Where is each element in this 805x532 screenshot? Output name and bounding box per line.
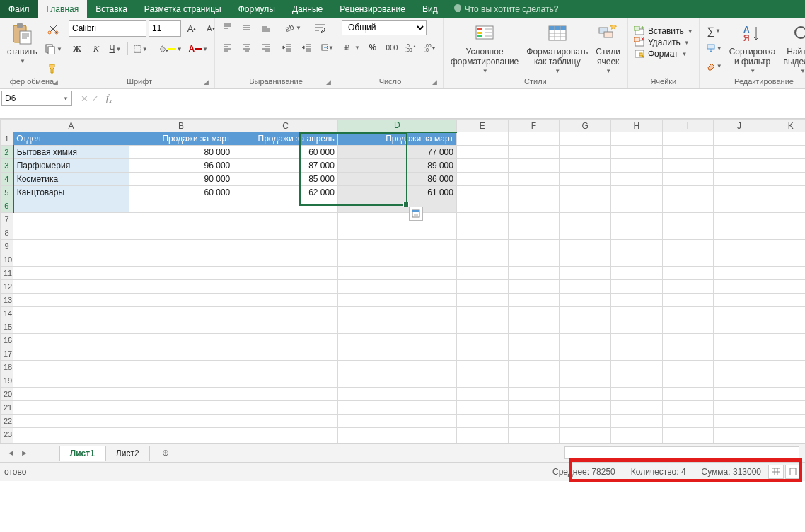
cell[interactable]: [714, 267, 765, 280]
cell[interactable]: [508, 253, 560, 267]
cell[interactable]: [714, 146, 765, 159]
cell[interactable]: 90 000: [129, 173, 233, 186]
cell[interactable]: [337, 401, 456, 415]
cell[interactable]: [129, 388, 233, 401]
row-header-22[interactable]: 22: [1, 415, 13, 428]
cell[interactable]: [765, 334, 805, 347]
cell[interactable]: [508, 200, 560, 213]
cell[interactable]: [560, 374, 611, 388]
row-header-12[interactable]: 12: [1, 280, 13, 294]
cell[interactable]: [337, 280, 456, 294]
cell[interactable]: Продажи за март: [337, 132, 456, 146]
cell[interactable]: [662, 159, 714, 173]
cell[interactable]: [714, 200, 765, 213]
cell[interactable]: [610, 267, 662, 280]
cell[interactable]: [337, 307, 456, 320]
cell[interactable]: [714, 186, 765, 200]
cell[interactable]: [765, 361, 805, 374]
cell[interactable]: [610, 186, 662, 200]
cell[interactable]: [129, 226, 233, 240]
row-header-18[interactable]: 18: [1, 361, 13, 374]
cell[interactable]: [508, 320, 560, 334]
cell[interactable]: [508, 186, 560, 200]
cell[interactable]: [233, 280, 338, 294]
sheet-tab-2[interactable]: Лист2: [105, 446, 150, 461]
cell[interactable]: [765, 146, 805, 159]
number-launcher[interactable]: ◢: [432, 76, 437, 88]
cell[interactable]: [560, 428, 611, 441]
cell[interactable]: [610, 240, 662, 253]
cell[interactable]: [714, 415, 765, 428]
cell[interactable]: [129, 347, 233, 361]
row-header-9[interactable]: 9: [1, 240, 13, 253]
font-launcher[interactable]: ◢: [204, 76, 209, 88]
row-header-11[interactable]: 11: [1, 267, 13, 280]
cell[interactable]: [560, 213, 611, 226]
cell[interactable]: [610, 173, 662, 186]
cell[interactable]: [233, 253, 338, 267]
cell[interactable]: [508, 347, 560, 361]
cell[interactable]: [456, 267, 508, 280]
cell[interactable]: [765, 428, 805, 441]
orientation-button[interactable]: ab▼: [283, 20, 303, 35]
cell[interactable]: [560, 401, 611, 415]
row-header-8[interactable]: 8: [1, 226, 13, 240]
copy-button[interactable]: ▼: [42, 41, 64, 57]
currency-button[interactable]: ₽▼: [342, 40, 362, 55]
cell[interactable]: [456, 159, 508, 173]
tell-me[interactable]: Что вы хотите сделать?: [453, 0, 559, 18]
cell[interactable]: [610, 146, 662, 159]
paste-button[interactable]: ставить▼: [4, 20, 40, 66]
cell[interactable]: [714, 253, 765, 267]
decrease-decimal-button[interactable]: ,00,0: [422, 40, 439, 55]
autofill-options-button[interactable]: [409, 207, 423, 221]
cell[interactable]: [610, 320, 662, 334]
cell[interactable]: [13, 280, 129, 294]
cell[interactable]: [129, 334, 233, 347]
format-as-table-button[interactable]: Форматировать как таблицу▼: [523, 20, 591, 76]
insert-cells-button[interactable]: +Вставить▼: [632, 26, 695, 36]
cell[interactable]: [233, 240, 338, 253]
col-header-F[interactable]: F: [508, 120, 560, 132]
cell[interactable]: 62 000: [233, 186, 338, 200]
col-header-K[interactable]: K: [765, 120, 805, 132]
fx-icon[interactable]: fx: [106, 92, 112, 105]
cell[interactable]: [337, 240, 456, 253]
cell[interactable]: [560, 267, 611, 280]
cell[interactable]: [456, 374, 508, 388]
cell[interactable]: [714, 361, 765, 374]
cell[interactable]: [337, 253, 456, 267]
cell[interactable]: [662, 132, 714, 146]
cell[interactable]: Отдел: [13, 132, 129, 146]
cell[interactable]: [129, 374, 233, 388]
col-header-D[interactable]: D: [337, 120, 456, 132]
cell[interactable]: Бытовая химия: [13, 146, 129, 159]
cell[interactable]: [610, 347, 662, 361]
horizontal-scrollbar[interactable]: [564, 446, 799, 459]
cell[interactable]: [765, 159, 805, 173]
cell[interactable]: [560, 307, 611, 320]
cell[interactable]: [13, 240, 129, 253]
cell[interactable]: [765, 186, 805, 200]
row-header-6[interactable]: 6: [1, 200, 13, 213]
enter-formula-button[interactable]: ✓: [91, 93, 99, 104]
align-top-button[interactable]: [219, 20, 236, 35]
cell[interactable]: [129, 307, 233, 320]
cell[interactable]: [560, 320, 611, 334]
cell[interactable]: [337, 320, 456, 334]
cell[interactable]: [508, 361, 560, 374]
cell[interactable]: [456, 307, 508, 320]
cell[interactable]: [13, 415, 129, 428]
cell[interactable]: [610, 280, 662, 294]
cell[interactable]: [662, 294, 714, 307]
format-painter-button[interactable]: [42, 61, 64, 76]
cell[interactable]: [765, 267, 805, 280]
borders-button[interactable]: ▼: [132, 41, 150, 57]
row-header-3[interactable]: 3: [1, 159, 13, 173]
cell[interactable]: [765, 132, 805, 146]
underline-button[interactable]: Ч▼: [107, 41, 124, 57]
cell[interactable]: [714, 294, 765, 307]
cell[interactable]: [129, 294, 233, 307]
cell[interactable]: [456, 240, 508, 253]
cell[interactable]: [560, 361, 611, 374]
